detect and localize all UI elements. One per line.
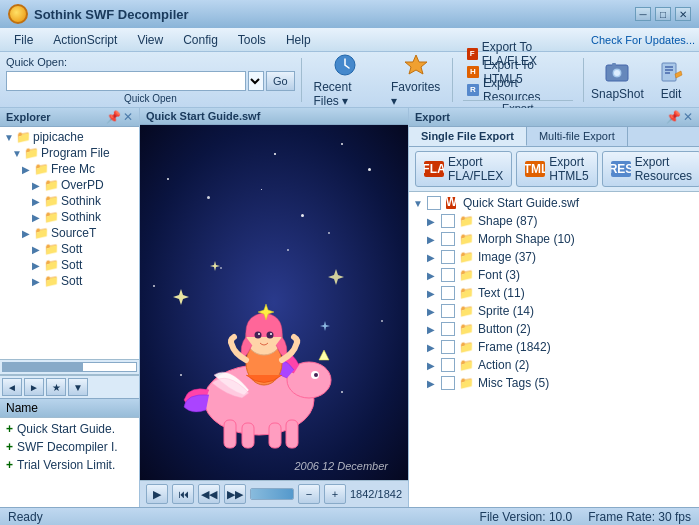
recent-files-button[interactable]: Recent Files ▾: [308, 56, 382, 104]
progress-bar[interactable]: [250, 488, 294, 500]
etree-expand-icon[interactable]: ▶: [427, 216, 439, 227]
forward-button[interactable]: ▶▶: [224, 484, 246, 504]
etree-expand-icon[interactable]: ▶: [427, 342, 439, 353]
etree-root[interactable]: ▼ SWF Quick Start Guide.swf: [411, 194, 697, 212]
etree-item-misc[interactable]: ▶ 📁 Misc Tags (5): [411, 374, 697, 392]
explorer-close-icon[interactable]: ✕: [123, 110, 133, 124]
tab-single-file-export[interactable]: Single File Export: [409, 127, 527, 146]
list-item[interactable]: + Trial Version Limit.: [2, 456, 137, 474]
menu-actionscript[interactable]: ActionScript: [43, 31, 127, 49]
tree-expand-icon[interactable]: ▼: [4, 132, 14, 143]
menu-view[interactable]: View: [127, 31, 173, 49]
tree-expand-icon[interactable]: ▼: [12, 148, 22, 159]
export-tree[interactable]: ▼ SWF Quick Start Guide.swf ▶ 📁 Shape (8…: [409, 192, 699, 507]
etree-expand-icon[interactable]: ▶: [427, 234, 439, 245]
nav-favorites-button[interactable]: ★: [46, 378, 66, 396]
etree-checkbox[interactable]: [441, 286, 455, 300]
etree-item-font[interactable]: ▶ 📁 Font (3): [411, 266, 697, 284]
export-fla-button[interactable]: FLA Export FLA/FLEX: [415, 151, 512, 187]
etree-item-button[interactable]: ▶ 📁 Button (2): [411, 320, 697, 338]
etree-item-action[interactable]: ▶ 📁 Action (2): [411, 356, 697, 374]
etree-checkbox[interactable]: [441, 232, 455, 246]
tree-item[interactable]: ▼ 📁 pipicache: [2, 129, 137, 145]
minimize-button[interactable]: ─: [635, 7, 651, 21]
nav-forward-button[interactable]: ►: [24, 378, 44, 396]
tree-expand-icon[interactable]: ▶: [22, 164, 32, 175]
etree-item-shape[interactable]: ▶ 📁 Shape (87): [411, 212, 697, 230]
favorites-button[interactable]: Favorites ▾: [386, 56, 446, 104]
snapshot-button[interactable]: SnapShot: [590, 56, 645, 104]
tree-expand-icon[interactable]: ▶: [32, 180, 42, 191]
tree-item[interactable]: ▶ 📁 Sothink: [2, 193, 137, 209]
list-item[interactable]: + Quick Start Guide.: [2, 420, 137, 438]
quick-open-bar-button[interactable]: Quick Open: [124, 93, 177, 104]
export-resources-button[interactable]: RES Export Resources: [602, 151, 699, 187]
tree-item[interactable]: ▶ 📁 Free Mc: [2, 161, 137, 177]
tab-multi-file-export[interactable]: Multi-file Export: [527, 127, 628, 146]
tree-item-label: Sott: [61, 274, 82, 288]
tree-item[interactable]: ▶ 📁 Sothink: [2, 209, 137, 225]
close-button[interactable]: ✕: [675, 7, 691, 21]
check-updates-link[interactable]: Check For Updates...: [591, 34, 695, 46]
etree-item-frame[interactable]: ▶ 📁 Frame (1842): [411, 338, 697, 356]
edit-button[interactable]: Edit: [649, 56, 693, 104]
explorer-pin-icon[interactable]: 📌: [106, 110, 121, 124]
quick-open-dropdown[interactable]: [248, 71, 264, 91]
tree-item[interactable]: ▶ 📁 SourceT: [2, 225, 137, 241]
tree-item[interactable]: ▶ 📁 Sott: [2, 241, 137, 257]
etree-expand-icon[interactable]: ▶: [427, 360, 439, 371]
tree-item[interactable]: ▶ 📁 Sott: [2, 257, 137, 273]
etree-expand-icon[interactable]: ▶: [427, 252, 439, 263]
tree-item[interactable]: ▶ 📁 OverPD: [2, 177, 137, 193]
etree-expand-icon[interactable]: ▼: [413, 198, 425, 209]
tree-expand-icon[interactable]: ▶: [32, 276, 42, 287]
tree-expand-icon[interactable]: ▶: [32, 260, 42, 271]
tree-expand-icon[interactable]: ▶: [32, 244, 42, 255]
etree-checkbox[interactable]: [441, 214, 455, 228]
go-button[interactable]: Go: [266, 71, 295, 91]
etree-checkbox[interactable]: [441, 268, 455, 282]
back-button[interactable]: ◀◀: [198, 484, 220, 504]
etree-expand-icon[interactable]: ▶: [427, 324, 439, 335]
etree-expand-icon[interactable]: ▶: [427, 270, 439, 281]
tree-expand-icon[interactable]: ▶: [22, 228, 32, 239]
etree-checkbox[interactable]: [441, 322, 455, 336]
etree-checkbox[interactable]: [427, 196, 441, 210]
etree-checkbox[interactable]: [441, 304, 455, 318]
list-item[interactable]: + SWF Decompiler I.: [2, 438, 137, 456]
etree-expand-icon[interactable]: ▶: [427, 378, 439, 389]
etree-checkbox[interactable]: [441, 250, 455, 264]
back-start-button[interactable]: ⏮: [172, 484, 194, 504]
etree-item-text[interactable]: ▶ 📁 Text (11): [411, 284, 697, 302]
tree-expand-icon[interactable]: ▶: [32, 196, 42, 207]
etree-checkbox[interactable]: [441, 340, 455, 354]
menu-file[interactable]: File: [4, 31, 43, 49]
etree-checkbox[interactable]: [441, 358, 455, 372]
play-button[interactable]: ▶: [146, 484, 168, 504]
tree-item[interactable]: ▼ 📁 Program File: [2, 145, 137, 161]
export-close-icon[interactable]: ✕: [683, 110, 693, 124]
etree-item-image[interactable]: ▶ 📁 Image (37): [411, 248, 697, 266]
export-html5-button[interactable]: HTML5 Export HTML5: [516, 151, 597, 187]
export-resources-toolbar-button[interactable]: R Export Resources: [463, 82, 574, 98]
explorer-scrollbar[interactable]: [2, 362, 137, 372]
maximize-button[interactable]: □: [655, 7, 671, 21]
etree-item-morph[interactable]: ▶ 📁 Morph Shape (10): [411, 230, 697, 248]
etree-checkbox[interactable]: [441, 376, 455, 390]
nav-back-button[interactable]: ◄: [2, 378, 22, 396]
explorer-list[interactable]: + Quick Start Guide. + SWF Decompiler I.…: [0, 417, 139, 507]
explorer-tree[interactable]: ▼ 📁 pipicache ▼ 📁 Program File ▶ 📁 Free …: [0, 127, 139, 359]
export-pin-icon[interactable]: 📌: [666, 110, 681, 124]
menu-config[interactable]: Config: [173, 31, 228, 49]
tree-expand-icon[interactable]: ▶: [32, 212, 42, 223]
etree-expand-icon[interactable]: ▶: [427, 288, 439, 299]
quick-open-input[interactable]: [6, 71, 246, 91]
zoom-out-button[interactable]: −: [298, 484, 320, 504]
etree-expand-icon[interactable]: ▶: [427, 306, 439, 317]
tree-item[interactable]: ▶ 📁 Sott: [2, 273, 137, 289]
menu-help[interactable]: Help: [276, 31, 321, 49]
nav-dropdown-button[interactable]: ▼: [68, 378, 88, 396]
menu-tools[interactable]: Tools: [228, 31, 276, 49]
zoom-in-button[interactable]: +: [324, 484, 346, 504]
etree-item-sprite[interactable]: ▶ 📁 Sprite (14): [411, 302, 697, 320]
